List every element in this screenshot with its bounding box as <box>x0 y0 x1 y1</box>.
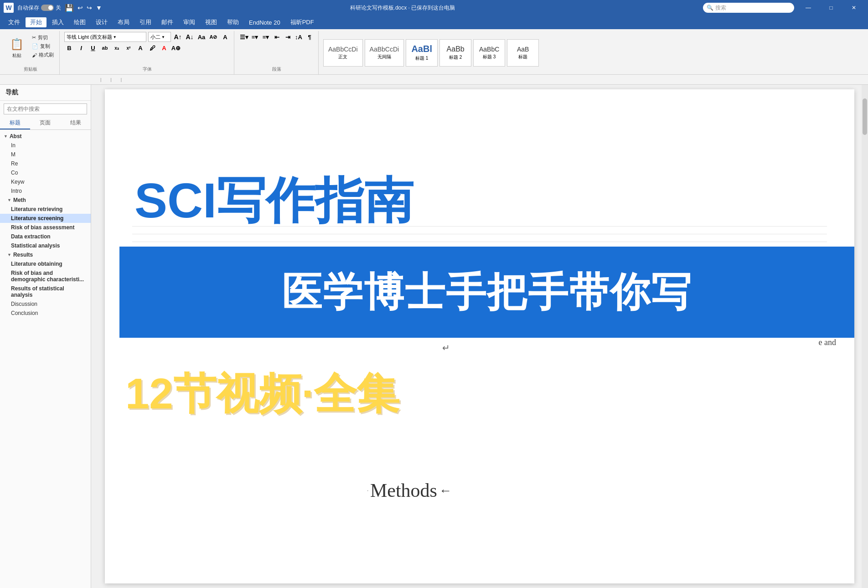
menu-view[interactable]: 视图 <box>201 17 222 27</box>
style-no-spacing[interactable]: AaBbCcDi 无间隔 <box>365 39 404 67</box>
nav-item-lit-obtaining[interactable]: Literature obtaining <box>0 259 91 268</box>
style-heading3[interactable]: AaBbC 标题 3 <box>473 39 505 67</box>
nav-item-statistical[interactable]: Statistical analysis <box>0 241 91 250</box>
nav-item-conclusion[interactable]: Conclusion <box>0 309 91 318</box>
strikethrough-button[interactable]: ab <box>100 43 110 53</box>
nav-item-data-extraction[interactable]: Data extraction <box>0 232 91 241</box>
nav-tab-pages[interactable]: 页面 <box>30 117 60 129</box>
font-size-dropdown[interactable]: 小二 ▼ <box>148 32 171 42</box>
ruler-bar: | | | <box>0 75 868 85</box>
nav-item-results-stat[interactable]: Results of statistical analysis <box>0 284 91 299</box>
minimize-button[interactable]: — <box>798 0 819 15</box>
menu-review[interactable]: 审阅 <box>179 17 200 27</box>
cut-button[interactable]: ✂ 剪切 <box>30 34 56 41</box>
style-h2-preview: AaBb <box>447 45 465 53</box>
nav-item-risk-demo[interactable]: Risk of bias and demographic characteris… <box>0 268 91 284</box>
menu-design[interactable]: 设计 <box>91 17 112 27</box>
menu-file[interactable]: 文件 <box>4 17 25 27</box>
font-color-button[interactable]: A <box>135 43 145 53</box>
blue-banner: 医学博士手把手带你写 <box>119 247 854 338</box>
bullets-button[interactable]: ☰▾ <box>239 32 249 42</box>
text-color-button[interactable]: A <box>159 43 169 53</box>
document-area[interactable]: e and ↵ · Methods ← SCI写作指南 医学博士手把手带你写 1… <box>91 85 868 588</box>
doc-line <box>132 242 827 242</box>
show-hide-button[interactable]: ¶ <box>305 32 315 42</box>
nav-search-input[interactable] <box>4 103 87 114</box>
menu-help[interactable]: 帮助 <box>222 17 243 27</box>
redo-icon[interactable]: ↪ <box>87 4 92 11</box>
nav-item-lit-retrieving[interactable]: Literature retrieving <box>0 205 91 214</box>
nav-section-results: ▼ Results Literature obtaining Risk of b… <box>0 250 91 299</box>
menu-layout[interactable]: 布局 <box>113 17 134 27</box>
multilevel-button[interactable]: ≡▾ <box>261 32 271 42</box>
decrease-indent-button[interactable]: ⇤ <box>272 32 282 42</box>
underline-button[interactable]: U <box>88 43 98 53</box>
font-shrink-button[interactable]: A↓ <box>185 32 195 42</box>
nav-abstract-header[interactable]: ▼ Abst <box>0 132 91 141</box>
partial-text: e and <box>819 338 836 347</box>
menu-mailings[interactable]: 邮件 <box>157 17 178 27</box>
ribbon-group-font: 等线 Light (西文标题 ▼ 小二 ▼ A↑ A↓ Aa A⊘ A B I … <box>61 31 234 74</box>
nav-item-re[interactable]: Re <box>0 159 91 168</box>
font-size-arrow: ▼ <box>161 35 165 39</box>
nav-item-discussion[interactable]: Discussion <box>0 299 91 309</box>
paragraph-label: 段落 <box>272 66 281 73</box>
ribbon-group-clipboard: 📋 粘贴 ✂ 剪切 📄 复制 🖌 格式刷 剪贴板 <box>2 31 60 74</box>
close-button[interactable]: ✕ <box>843 0 864 15</box>
navigation-panel: 导航 标题 页面 结果 ▼ Abst In M Re Co Keyw Intro <box>0 85 91 588</box>
scrollbar-thumb[interactable] <box>863 98 867 135</box>
ribbon: 📋 粘贴 ✂ 剪切 📄 复制 🖌 格式刷 剪贴板 <box>0 29 868 75</box>
search-box[interactable]: 🔍 搜索 <box>703 3 794 13</box>
menu-home[interactable]: 开始 <box>26 17 46 27</box>
style-heading1[interactable]: AaBl 标题 1 <box>406 39 438 67</box>
menu-draw[interactable]: 绘图 <box>69 17 90 27</box>
nav-item-in[interactable]: In <box>0 141 91 150</box>
nav-results-header[interactable]: ▼ Results <box>0 250 91 259</box>
increase-indent-button[interactable]: ⇥ <box>283 32 293 42</box>
undo-icon[interactable]: ↩ <box>78 4 83 11</box>
subscript-button[interactable]: x₂ <box>112 43 122 53</box>
highlight-button[interactable]: 🖊 <box>147 43 157 53</box>
italic-button[interactable]: I <box>76 43 86 53</box>
nav-item-m[interactable]: M <box>0 150 91 159</box>
paste-icon: 📋 <box>10 37 24 52</box>
copy-button[interactable]: 📄 复制 <box>30 42 56 50</box>
customize-icon[interactable]: ▼ <box>96 4 102 11</box>
sort-button[interactable]: ↕A <box>294 32 304 42</box>
nav-item-co[interactable]: Co <box>0 168 91 177</box>
font-name-dropdown[interactable]: 等线 Light (西文标题 ▼ <box>64 32 146 42</box>
font-grow-button[interactable]: A↑ <box>173 32 183 42</box>
bold-button[interactable]: B <box>64 43 74 53</box>
menu-foxit[interactable]: 福昕PDF <box>286 17 319 27</box>
nav-methods-header[interactable]: ▼ Meth <box>0 196 91 205</box>
paragraph-content: ☰▾ ≡▾ ≡▾ ⇤ ⇥ ↕A ¶ <box>239 32 315 66</box>
font-aa-button[interactable]: A <box>220 32 230 42</box>
maximize-button[interactable]: □ <box>821 0 842 15</box>
style-heading2[interactable]: AaBb 标题 2 <box>439 39 471 67</box>
style-normal[interactable]: AaBbCcDi 正文 <box>323 39 363 67</box>
nav-item-risk-bias[interactable]: Risk of bias assessment <box>0 223 91 232</box>
style-title[interactable]: AaB 标题 <box>507 39 539 67</box>
scrollbar-track[interactable] <box>862 85 868 588</box>
save-icon[interactable]: 💾 <box>65 4 74 12</box>
nav-item-intro[interactable]: Intro <box>0 186 91 196</box>
cut-icon: ✂ <box>32 35 36 41</box>
nav-item-lit-screening[interactable]: Literature screening <box>0 214 91 223</box>
nav-tab-results[interactable]: 结果 <box>61 117 91 129</box>
paste-button[interactable]: 📋 粘贴 <box>5 32 28 64</box>
autosave-toggle[interactable] <box>41 5 54 11</box>
menu-references[interactable]: 引用 <box>135 17 156 27</box>
font-extra-button[interactable]: A⊕ <box>171 43 181 53</box>
sci-title-overlay: SCI写作指南 <box>134 176 413 225</box>
numbering-button[interactable]: ≡▾ <box>250 32 260 42</box>
superscript-button[interactable]: x² <box>124 43 134 53</box>
style-h1-label: 标题 1 <box>415 55 428 62</box>
ruler-marker: | <box>100 77 101 82</box>
font-case-button[interactable]: Aa <box>196 32 207 42</box>
clear-format-button[interactable]: A⊘ <box>208 32 218 42</box>
nav-item-keyw[interactable]: Keyw <box>0 177 91 186</box>
format-painter-button[interactable]: 🖌 格式刷 <box>30 51 56 59</box>
nav-tab-headings[interactable]: 标题 <box>0 117 30 129</box>
menu-endnote[interactable]: EndNote 20 <box>244 18 285 27</box>
menu-insert[interactable]: 插入 <box>47 17 68 27</box>
